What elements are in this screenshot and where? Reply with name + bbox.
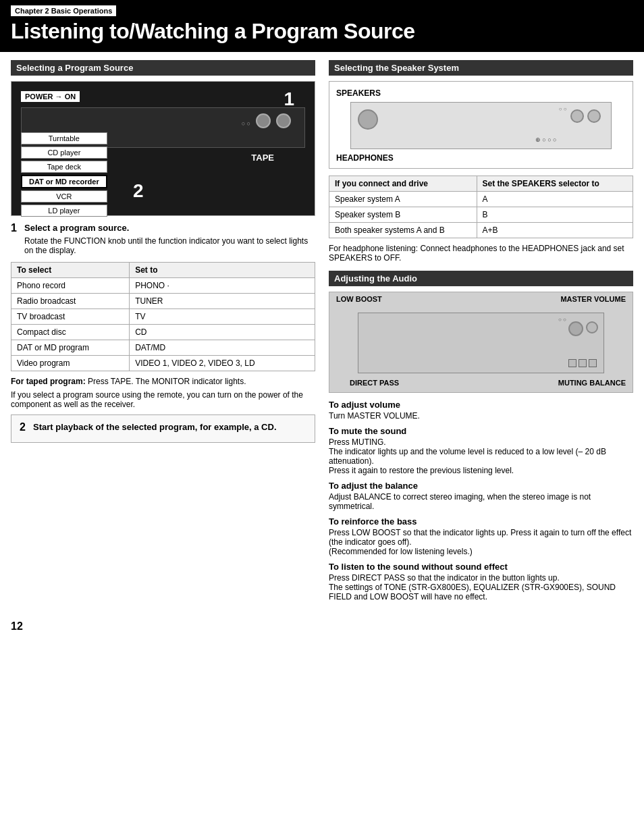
page-title: Listening to/Watching a Program Source xyxy=(11,19,633,44)
note1: For taped program: Press TAPE. The MONIT… xyxy=(11,377,315,386)
table-cell-select: Radio broadcast xyxy=(11,294,130,309)
table-cell-set: DAT/MD xyxy=(130,340,315,356)
muting-balance-label: MUTING BALANCE xyxy=(558,379,626,387)
step1-section: 1 Select a program source. Rotate the FU… xyxy=(11,223,315,255)
page-number: 12 xyxy=(0,615,644,638)
table-cell-select: TV broadcast xyxy=(11,309,130,325)
table-row: Speaker system BB xyxy=(329,207,633,223)
audio-item-desc: Press MUTING. The indicator lights up an… xyxy=(329,437,633,475)
table-cell-select: Compact disc xyxy=(11,325,130,340)
sp-col2-header: Set the SPEAKERS selector to xyxy=(477,176,633,192)
speaker-table-cell-set: A+B xyxy=(477,223,633,238)
headphones-label: HEADPHONES xyxy=(336,153,394,163)
headphone-note: For headphone listening: Connect headpho… xyxy=(329,244,633,263)
speaker-table-cell-set: B xyxy=(477,207,633,223)
audio-item-desc: Turn MASTER VOLUME. xyxy=(329,411,633,421)
note1-text: Press TAPE. The MONITOR indicator lights… xyxy=(88,377,246,386)
device-item: Tape deck xyxy=(21,161,107,173)
chapter-tag: Chapter 2 Basic Operations xyxy=(11,5,116,16)
audio-item-heading: To adjust volume xyxy=(329,400,633,410)
audio-section-header: Adjusting the Audio xyxy=(329,271,633,286)
audio-item: To adjust the balanceAdjust BALANCE to c… xyxy=(329,481,633,511)
speaker-diagram: SPEAKERS ○ ○ ⊕ ○ ○ ○ HEADPHONES xyxy=(329,81,633,169)
audio-knob-2 xyxy=(586,321,598,333)
decorative-bar xyxy=(632,0,644,52)
audio-btn-2 xyxy=(579,359,587,367)
speaker-device-mock: ○ ○ ⊕ ○ ○ ○ xyxy=(350,102,611,149)
step2-box: 2 Start playback of the selected program… xyxy=(11,414,315,443)
audio-knob-1 xyxy=(568,321,583,336)
audio-item-desc: Adjust BALANCE to correct stereo imaging… xyxy=(329,492,633,511)
audio-item-heading: To listen to the sound without sound eff… xyxy=(329,562,633,572)
knob-2 xyxy=(276,113,291,128)
speaker-table-cell-connect: Speaker system A xyxy=(329,192,477,207)
master-vol-label: MASTER VOLUME xyxy=(560,295,626,303)
tape-label: TAPE xyxy=(251,153,274,163)
left-section-header: Selecting a Program Source xyxy=(11,60,315,76)
table-cell-set: VIDEO 1, VIDEO 2, VIDEO 3, LD xyxy=(130,356,315,371)
left-column: Selecting a Program Source POWER → ON 1 … xyxy=(11,60,315,607)
table-row: Video programVIDEO 1, VIDEO 2, VIDEO 3, … xyxy=(11,356,315,371)
note2: If you select a program source using the… xyxy=(11,390,315,409)
receiver-dots: ○ ○ xyxy=(242,120,250,127)
audio-diagram: MASTER VOLUME LOW BOOST ○ ○ DIRECT PASS … xyxy=(329,292,633,393)
col1-header: To select xyxy=(11,263,130,278)
table-row: Phono recordPHONO · xyxy=(11,278,315,294)
speakers-label: SPEAKERS xyxy=(336,88,626,98)
device-item: VCR xyxy=(21,190,107,203)
table-cell-set: CD xyxy=(130,325,315,340)
table-cell-select: Phono record xyxy=(11,278,130,294)
audio-btn-1 xyxy=(568,359,576,367)
speaker-circle-left xyxy=(358,109,378,130)
step1-heading: 1 Select a program source. xyxy=(11,223,315,234)
table-row: Radio broadcastTUNER xyxy=(11,294,315,309)
device-item: Turntable xyxy=(21,132,107,144)
step2-text: Start playback of the selected program, … xyxy=(33,422,277,432)
selection-table: To select Set to Phono recordPHONO ·Radi… xyxy=(11,262,315,371)
audio-item-desc: Press DIRECT PASS so that the indicator … xyxy=(329,573,633,601)
audio-item: To reinforce the bassPress LOW BOOST so … xyxy=(329,516,633,556)
col2-header: Set to xyxy=(130,263,315,278)
table-row: TV broadcastTV xyxy=(11,309,315,325)
speaker-knob-2 xyxy=(587,109,601,123)
sp-col1-header: If you connect and drive xyxy=(329,176,477,192)
speaker-section: Selecting the Speaker System SPEAKERS ○ … xyxy=(329,60,633,263)
right-column: Selecting the Speaker System SPEAKERS ○ … xyxy=(329,60,633,607)
audio-item: To adjust volumeTurn MASTER VOLUME. xyxy=(329,400,633,421)
speaker-knob-1 xyxy=(570,109,584,123)
speaker-dots: ○ ○ xyxy=(559,106,567,112)
speaker-table-cell-connect: Both speaker systems A and B xyxy=(329,223,477,238)
table-cell-set: TV xyxy=(130,309,315,325)
direct-pass-label: DIRECT PASS xyxy=(350,379,399,387)
audio-section-wrapper: Adjusting the Audio MASTER VOLUME LOW BO… xyxy=(329,271,633,601)
step1-heading-text: Select a program source. xyxy=(24,223,129,233)
speaker-indicator-dots: ⊕ ○ ○ ○ xyxy=(535,136,557,143)
device-item: CD player xyxy=(21,146,107,159)
audio-btn-3 xyxy=(589,359,597,367)
table-cell-set: PHONO · xyxy=(130,278,315,294)
audio-items: To adjust volumeTurn MASTER VOLUME.To mu… xyxy=(329,400,633,601)
audio-item-heading: To reinforce the bass xyxy=(329,516,633,527)
knob-1 xyxy=(256,113,271,128)
audio-item-heading: To mute the sound xyxy=(329,426,633,436)
note1-bold: For taped program: xyxy=(11,377,86,386)
table-row: DAT or MD programDAT/MD xyxy=(11,340,315,356)
audio-item-heading: To adjust the balance xyxy=(329,481,633,491)
main-content: Selecting a Program Source POWER → ON 1 … xyxy=(0,52,644,615)
audio-item-desc: Press LOW BOOST so that the indicator li… xyxy=(329,528,633,556)
audio-dots: ○ ○ xyxy=(558,317,566,323)
speaker-section-header: Selecting the Speaker System xyxy=(329,60,633,76)
step1-desc: Rotate the FUNCTION knob until the funct… xyxy=(24,236,315,255)
step1-number: 1 xyxy=(11,223,20,234)
table-cell-select: DAT or MD program xyxy=(11,340,130,356)
speaker-table-cell-set: A xyxy=(477,192,633,207)
audio-buttons-row xyxy=(568,359,597,367)
audio-item: To mute the soundPress MUTING. The indic… xyxy=(329,426,633,475)
table-row: Speaker system AA xyxy=(329,192,633,207)
table-row: Compact discCD xyxy=(11,325,315,340)
step2-number: 2 xyxy=(20,422,29,433)
device-item: DAT or MD recorder xyxy=(21,175,107,188)
device-diagram: POWER → ON 1 TAPE 2 ○ ○ TurntableCD play… xyxy=(11,81,315,216)
speaker-table-cell-connect: Speaker system B xyxy=(329,207,477,223)
device-list: TurntableCD playerTape deckDAT or MD rec… xyxy=(21,132,107,217)
